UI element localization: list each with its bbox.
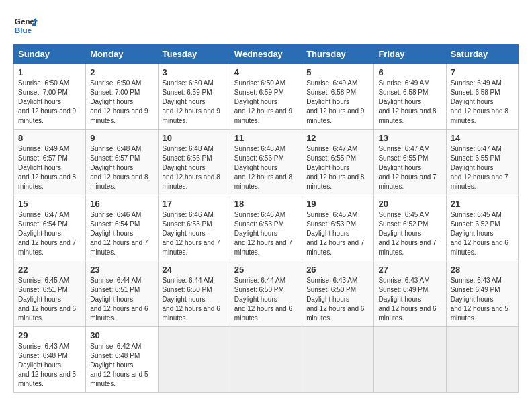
svg-text:Blue: Blue: [15, 26, 32, 34]
day-number: 13: [378, 133, 441, 143]
calendar-week-5: 29 Sunrise: 6:43 AM Sunset: 6:48 PM Dayl…: [14, 327, 519, 393]
calendar-week-2: 8 Sunrise: 6:49 AM Sunset: 6:57 PM Dayli…: [14, 130, 519, 195]
cell-content: Sunrise: 6:46 AM Sunset: 6:54 PM Dayligh…: [90, 210, 153, 257]
day-number: 5: [306, 67, 369, 77]
cell-content: Sunrise: 6:44 AM Sunset: 6:50 PM Dayligh…: [163, 276, 226, 323]
calendar-cell: 13 Sunrise: 6:47 AM Sunset: 6:55 PM Dayl…: [374, 130, 446, 195]
cell-content: Sunrise: 6:50 AM Sunset: 7:00 PM Dayligh…: [90, 79, 153, 126]
day-number: 8: [18, 133, 81, 143]
calendar-cell: 11 Sunrise: 6:48 AM Sunset: 6:56 PM Dayl…: [230, 130, 302, 195]
cell-content: Sunrise: 6:43 AM Sunset: 6:48 PM Dayligh…: [18, 342, 81, 389]
cell-content: Sunrise: 6:47 AM Sunset: 6:55 PM Dayligh…: [306, 144, 369, 191]
calendar-cell: 4 Sunrise: 6:50 AM Sunset: 6:59 PM Dayli…: [230, 64, 302, 130]
cell-content: Sunrise: 6:50 AM Sunset: 7:00 PM Dayligh…: [18, 79, 81, 126]
day-number: 20: [378, 199, 441, 209]
day-number: 30: [90, 330, 153, 340]
day-number: 19: [306, 199, 369, 209]
calendar-cell: [374, 327, 446, 393]
day-number: 29: [18, 330, 81, 340]
calendar-table: SundayMondayTuesdayWednesdayThursdayFrid…: [13, 44, 519, 393]
cell-content: Sunrise: 6:45 AM Sunset: 6:52 PM Dayligh…: [451, 210, 514, 257]
calendar-cell: 5 Sunrise: 6:49 AM Sunset: 6:58 PM Dayli…: [302, 64, 374, 130]
cell-content: Sunrise: 6:49 AM Sunset: 6:58 PM Dayligh…: [451, 79, 514, 126]
day-number: 14: [451, 133, 514, 143]
day-number: 25: [234, 265, 298, 275]
cell-content: Sunrise: 6:46 AM Sunset: 6:53 PM Dayligh…: [163, 210, 226, 257]
cell-content: Sunrise: 6:43 AM Sunset: 6:49 PM Dayligh…: [451, 276, 514, 323]
cell-content: Sunrise: 6:48 AM Sunset: 6:56 PM Dayligh…: [234, 144, 298, 191]
calendar-cell: 7 Sunrise: 6:49 AM Sunset: 6:58 PM Dayli…: [446, 64, 518, 130]
cell-content: Sunrise: 6:42 AM Sunset: 6:48 PM Dayligh…: [90, 342, 153, 389]
day-number: 17: [163, 199, 226, 209]
calendar-week-4: 22 Sunrise: 6:45 AM Sunset: 6:51 PM Dayl…: [14, 261, 519, 327]
cell-content: Sunrise: 6:47 AM Sunset: 6:55 PM Dayligh…: [451, 144, 514, 191]
calendar-cell: 3 Sunrise: 6:50 AM Sunset: 6:59 PM Dayli…: [158, 64, 230, 130]
cell-content: Sunrise: 6:44 AM Sunset: 6:51 PM Dayligh…: [90, 276, 153, 323]
calendar-cell: 1 Sunrise: 6:50 AM Sunset: 7:00 PM Dayli…: [14, 64, 86, 130]
cell-content: Sunrise: 6:45 AM Sunset: 6:52 PM Dayligh…: [378, 210, 441, 257]
calendar-cell: 18 Sunrise: 6:46 AM Sunset: 6:53 PM Dayl…: [230, 195, 302, 261]
cell-content: Sunrise: 6:45 AM Sunset: 6:51 PM Dayligh…: [18, 276, 81, 323]
weekday-header-friday: Friday: [374, 45, 446, 64]
calendar-cell: 25 Sunrise: 6:44 AM Sunset: 6:50 PM Dayl…: [230, 261, 302, 327]
calendar-cell: [230, 327, 302, 393]
calendar-cell: 23 Sunrise: 6:44 AM Sunset: 6:51 PM Dayl…: [86, 261, 158, 327]
day-number: 7: [451, 67, 514, 77]
calendar-cell: 22 Sunrise: 6:45 AM Sunset: 6:51 PM Dayl…: [14, 261, 86, 327]
calendar-cell: 27 Sunrise: 6:43 AM Sunset: 6:49 PM Dayl…: [374, 261, 446, 327]
day-number: 27: [378, 265, 441, 275]
calendar-week-3: 15 Sunrise: 6:47 AM Sunset: 6:54 PM Dayl…: [14, 195, 519, 261]
logo-icon: General Blue: [13, 13, 38, 38]
calendar-cell: 16 Sunrise: 6:46 AM Sunset: 6:54 PM Dayl…: [86, 195, 158, 261]
day-number: 3: [163, 67, 226, 77]
calendar-cell: 12 Sunrise: 6:47 AM Sunset: 6:55 PM Dayl…: [302, 130, 374, 195]
calendar-cell: 30 Sunrise: 6:42 AM Sunset: 6:48 PM Dayl…: [86, 327, 158, 393]
calendar-cell: 8 Sunrise: 6:49 AM Sunset: 6:57 PM Dayli…: [14, 130, 86, 195]
day-number: 21: [451, 199, 514, 209]
calendar-cell: 2 Sunrise: 6:50 AM Sunset: 7:00 PM Dayli…: [86, 64, 158, 130]
cell-content: Sunrise: 6:50 AM Sunset: 6:59 PM Dayligh…: [163, 79, 226, 126]
calendar-cell: 26 Sunrise: 6:43 AM Sunset: 6:50 PM Dayl…: [302, 261, 374, 327]
weekday-header-monday: Monday: [86, 45, 158, 64]
cell-content: Sunrise: 6:47 AM Sunset: 6:55 PM Dayligh…: [378, 144, 441, 191]
day-number: 10: [163, 133, 226, 143]
day-number: 9: [90, 133, 153, 143]
day-number: 2: [90, 67, 153, 77]
day-number: 16: [90, 199, 153, 209]
calendar-week-1: 1 Sunrise: 6:50 AM Sunset: 7:00 PM Dayli…: [14, 64, 519, 130]
cell-content: Sunrise: 6:48 AM Sunset: 6:57 PM Dayligh…: [90, 144, 153, 191]
cell-content: Sunrise: 6:44 AM Sunset: 6:50 PM Dayligh…: [234, 276, 298, 323]
weekday-header-tuesday: Tuesday: [158, 45, 230, 64]
header: General Blue: [13, 13, 519, 38]
weekday-header-sunday: Sunday: [14, 45, 86, 64]
calendar-cell: [302, 327, 374, 393]
calendar-cell: [446, 327, 518, 393]
weekday-header-saturday: Saturday: [446, 45, 518, 64]
cell-content: Sunrise: 6:49 AM Sunset: 6:57 PM Dayligh…: [18, 144, 81, 191]
cell-content: Sunrise: 6:43 AM Sunset: 6:49 PM Dayligh…: [378, 276, 441, 323]
calendar-cell: 15 Sunrise: 6:47 AM Sunset: 6:54 PM Dayl…: [14, 195, 86, 261]
day-number: 28: [451, 265, 514, 275]
calendar-cell: 21 Sunrise: 6:45 AM Sunset: 6:52 PM Dayl…: [446, 195, 518, 261]
calendar-cell: 6 Sunrise: 6:49 AM Sunset: 6:58 PM Dayli…: [374, 64, 446, 130]
calendar-cell: 19 Sunrise: 6:45 AM Sunset: 6:53 PM Dayl…: [302, 195, 374, 261]
calendar-cell: 20 Sunrise: 6:45 AM Sunset: 6:52 PM Dayl…: [374, 195, 446, 261]
cell-content: Sunrise: 6:47 AM Sunset: 6:54 PM Dayligh…: [18, 210, 81, 257]
day-number: 11: [234, 133, 298, 143]
day-number: 12: [306, 133, 369, 143]
weekday-header-wednesday: Wednesday: [230, 45, 302, 64]
calendar-cell: 24 Sunrise: 6:44 AM Sunset: 6:50 PM Dayl…: [158, 261, 230, 327]
day-number: 22: [18, 265, 81, 275]
calendar-cell: 17 Sunrise: 6:46 AM Sunset: 6:53 PM Dayl…: [158, 195, 230, 261]
day-number: 15: [18, 199, 81, 209]
cell-content: Sunrise: 6:45 AM Sunset: 6:53 PM Dayligh…: [306, 210, 369, 257]
weekday-header-thursday: Thursday: [302, 45, 374, 64]
logo: General Blue: [13, 13, 38, 38]
day-number: 6: [378, 67, 441, 77]
calendar-cell: 10 Sunrise: 6:48 AM Sunset: 6:56 PM Dayl…: [158, 130, 230, 195]
cell-content: Sunrise: 6:46 AM Sunset: 6:53 PM Dayligh…: [234, 210, 298, 257]
day-number: 24: [163, 265, 226, 275]
weekday-header-row: SundayMondayTuesdayWednesdayThursdayFrid…: [14, 45, 519, 64]
calendar-cell: 29 Sunrise: 6:43 AM Sunset: 6:48 PM Dayl…: [14, 327, 86, 393]
day-number: 18: [234, 199, 298, 209]
